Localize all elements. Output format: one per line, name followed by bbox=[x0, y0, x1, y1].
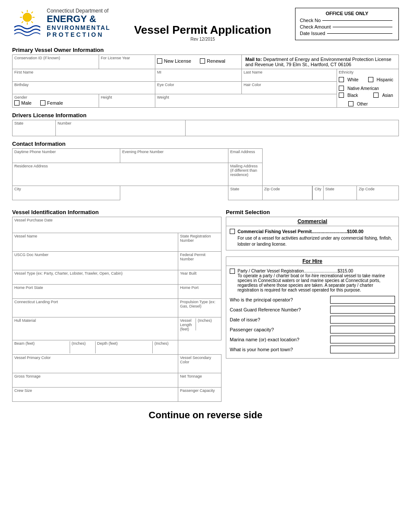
commercial-permit-title: Commercial Fishing Vessel Permit........… bbox=[238, 229, 395, 234]
primary-color-label: Vessel Primary Color bbox=[14, 356, 176, 360]
eye-color-input[interactable] bbox=[157, 87, 240, 92]
propulsion-input[interactable] bbox=[180, 308, 219, 316]
dl-state-input[interactable] bbox=[14, 125, 54, 135]
vessel-length-input[interactable] bbox=[180, 331, 194, 339]
date-issued-field[interactable] bbox=[327, 33, 392, 34]
evening-phone-input[interactable] bbox=[122, 154, 226, 162]
mailing-address-label: Mailing Address (if different than resid… bbox=[230, 164, 260, 177]
ct-landing-cell: Connecticut Landing Port bbox=[13, 299, 178, 317]
renewal-checkbox[interactable] bbox=[200, 58, 205, 64]
asian-checkbox[interactable] bbox=[373, 93, 379, 98]
female-checkbox[interactable] bbox=[40, 100, 45, 106]
hispanic-label: Hispanic bbox=[377, 77, 393, 82]
city2-input[interactable] bbox=[315, 191, 321, 199]
for-license-year-value[interactable] bbox=[101, 60, 153, 68]
marina-name-input[interactable] bbox=[330, 336, 395, 343]
passenger-capacity-vessel-cell: Passenger Capacity bbox=[178, 388, 222, 402]
gender-cell: Gender Male Female bbox=[13, 94, 99, 107]
weight-input[interactable] bbox=[157, 99, 335, 105]
energy-label: ENERGY & bbox=[47, 14, 110, 24]
dl-number-input[interactable] bbox=[58, 125, 183, 135]
date-of-issue-input[interactable] bbox=[330, 316, 395, 324]
federal-permit-input[interactable] bbox=[180, 261, 219, 269]
gross-tonnage-input[interactable] bbox=[14, 378, 176, 386]
white-checkbox[interactable] bbox=[339, 77, 344, 82]
last-name-input[interactable] bbox=[244, 74, 335, 80]
purchase-date-input[interactable] bbox=[14, 222, 219, 232]
depth-input[interactable] bbox=[97, 346, 151, 353]
state-input[interactable] bbox=[230, 191, 260, 199]
commercial-permit-checkbox[interactable] bbox=[230, 229, 235, 234]
passenger-capacity-input[interactable] bbox=[330, 326, 395, 333]
male-checkbox[interactable] bbox=[14, 100, 19, 106]
height-input[interactable] bbox=[101, 99, 153, 105]
year-built-input[interactable] bbox=[180, 276, 219, 283]
beam-inches-input[interactable] bbox=[72, 346, 93, 353]
check-no-line: Check No bbox=[300, 18, 394, 23]
home-port-state-input[interactable] bbox=[14, 290, 176, 298]
zip-input[interactable] bbox=[264, 191, 311, 199]
mail-to-address: Department of Energy and Environmental P… bbox=[245, 57, 392, 67]
net-tonnage-input[interactable] bbox=[180, 378, 219, 386]
vessel-length-label: Vessel Length (feet) bbox=[180, 318, 194, 331]
hull-material-cell: Hull Material bbox=[13, 317, 178, 340]
crew-size-input[interactable] bbox=[14, 393, 176, 401]
home-port-input[interactable] bbox=[180, 290, 219, 298]
uscg-doc-input[interactable] bbox=[14, 257, 176, 265]
vessel-length-cell: Vessel Length (feet) (Inches) bbox=[178, 317, 222, 340]
bottom-section: Vessel Identification Information Vessel… bbox=[12, 205, 399, 402]
forhire-permit-title: Party / Charter Vessel Registration.....… bbox=[238, 269, 395, 273]
email-input[interactable] bbox=[230, 154, 260, 162]
daytime-phone-input[interactable] bbox=[14, 154, 118, 162]
hispanic-checkbox[interactable] bbox=[368, 77, 373, 82]
new-license-checkbox[interactable] bbox=[157, 58, 162, 64]
forhire-box: Party / Charter Vessel Registration.....… bbox=[226, 266, 399, 359]
depth-inches-input[interactable] bbox=[154, 346, 176, 353]
mail-to-bold: Mail to: bbox=[245, 57, 262, 62]
forhire-permit-checkbox[interactable] bbox=[230, 269, 235, 274]
beam-label: Beam (feet) bbox=[14, 341, 68, 346]
vessel-name-input[interactable] bbox=[14, 238, 176, 246]
passenger-capacity-vessel-input[interactable] bbox=[180, 393, 219, 401]
new-renewal-row: New License Renewal bbox=[157, 58, 240, 64]
state-reg-input[interactable] bbox=[180, 243, 219, 250]
ct-landing-input[interactable] bbox=[14, 304, 176, 312]
other-checkbox[interactable] bbox=[348, 101, 353, 106]
check-no-field[interactable] bbox=[322, 20, 392, 21]
birthday-input[interactable] bbox=[14, 87, 153, 92]
secondary-color-input[interactable] bbox=[180, 364, 219, 372]
depth-inches-label: (Inches) bbox=[154, 341, 176, 346]
hull-material-input[interactable] bbox=[14, 323, 176, 330]
residence-address-input[interactable] bbox=[14, 168, 226, 176]
native-american-checkbox[interactable] bbox=[339, 86, 344, 91]
mailing-address-input[interactable] bbox=[230, 177, 260, 185]
state2-input[interactable] bbox=[325, 191, 355, 199]
first-name-input[interactable] bbox=[14, 74, 153, 80]
principal-operator-input[interactable] bbox=[330, 296, 395, 304]
male-label: Male bbox=[21, 100, 32, 106]
coast-guard-ref-input[interactable] bbox=[330, 306, 395, 314]
beam-input[interactable] bbox=[14, 346, 68, 353]
zip2-label: Zip Code bbox=[359, 187, 397, 191]
hair-color-input[interactable] bbox=[244, 87, 335, 92]
check-amount-field[interactable] bbox=[333, 27, 392, 27]
city-input[interactable] bbox=[14, 191, 118, 199]
contact-section-header: Contact Information bbox=[12, 141, 399, 147]
primary-color-input[interactable] bbox=[14, 360, 176, 368]
vessel-type-input[interactable] bbox=[14, 276, 176, 283]
black-checkbox[interactable] bbox=[339, 93, 344, 98]
weight-label: Weight bbox=[157, 95, 335, 99]
vessel-length-inches-input[interactable] bbox=[198, 323, 219, 330]
first-name-label: First Name bbox=[14, 70, 153, 74]
drivers-license-table: State Number bbox=[12, 120, 399, 136]
page-title: Vessel Permit Application bbox=[134, 23, 271, 37]
mi-input[interactable] bbox=[157, 74, 240, 80]
zip2-input[interactable] bbox=[359, 191, 397, 199]
vessel-table: Vessel Purchase Date Vessel Name State R… bbox=[12, 217, 222, 402]
office-use-title: OFFICE USE ONLY bbox=[300, 11, 394, 16]
state2-label: State bbox=[325, 187, 355, 191]
home-port-town-input[interactable] bbox=[330, 346, 395, 353]
principal-operator-row: Who is the principal operator? bbox=[230, 296, 395, 304]
revision-label: Rev 12/2015 bbox=[134, 37, 271, 42]
conservation-id-value[interactable] bbox=[14, 60, 97, 68]
